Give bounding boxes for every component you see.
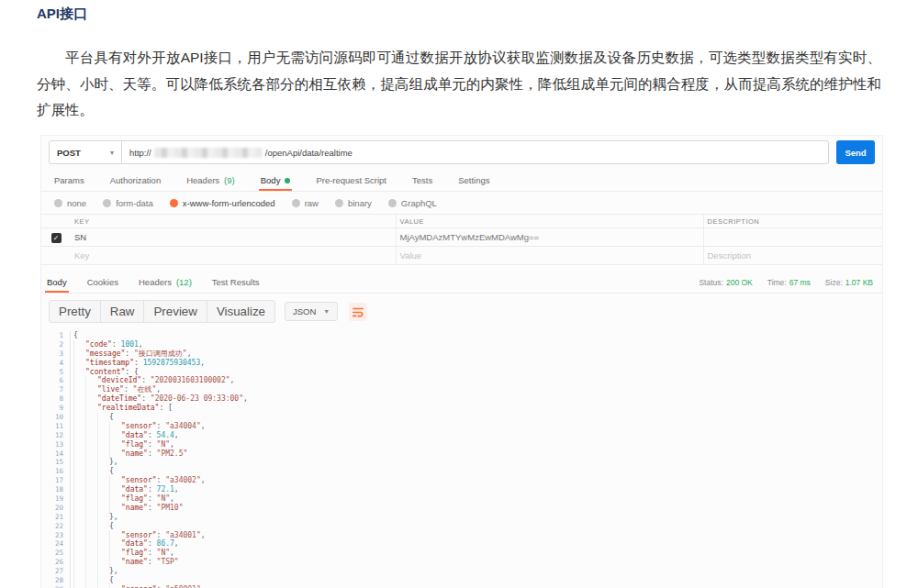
code-line: 16{: [47, 467, 882, 476]
format-select[interactable]: JSON ▼: [285, 302, 338, 321]
wrap-text-button[interactable]: [349, 303, 367, 321]
row-checkbox[interactable]: ✓: [51, 233, 62, 243]
response-tab-body[interactable]: Body: [45, 271, 69, 293]
indent-guide: [73, 458, 85, 467]
kv-value-placeholder[interactable]: Value: [396, 247, 703, 265]
kv-key-placeholder[interactable]: Key: [71, 247, 396, 265]
indent-guide: [85, 376, 97, 385]
line-number: 5: [47, 368, 71, 377]
indent-guide: [85, 567, 97, 576]
response-meta: Status:200 OKTime:67 msSize:1.07 KB: [699, 278, 873, 293]
line-number: 27: [47, 567, 71, 576]
line-number: 28: [47, 576, 71, 585]
radio-x-www-form-urlencoded[interactable]: x-www-form-urlencoded: [170, 198, 275, 208]
indent-guide: [73, 404, 85, 413]
indent-guide: [97, 576, 109, 585]
kv-value-cell[interactable]: MjAyMDAzMTYwMzEwMDAwMg==: [396, 228, 703, 247]
radio-icon: [292, 199, 300, 207]
indent-guide: [109, 440, 121, 449]
line-number: 16: [47, 467, 71, 476]
request-url-input[interactable]: http:// /openApi/data/realtime: [122, 140, 829, 164]
code-line: 11"sensor": "a34004",: [47, 422, 882, 431]
line-number: 26: [47, 558, 71, 567]
code-line: 25"flag": "N",: [47, 549, 882, 558]
http-method-select[interactable]: POST ▾: [49, 140, 122, 164]
status-badge: Time:67 ms: [767, 278, 811, 287]
line-number: 25: [47, 549, 71, 558]
indent-guide: [97, 539, 109, 549]
line-number: 8: [47, 394, 71, 404]
tab-tests[interactable]: Tests: [410, 169, 434, 191]
indent-guide: [97, 485, 109, 494]
line-number: 1: [47, 331, 71, 340]
view-preview-button[interactable]: Preview: [143, 300, 207, 323]
indent-guide: [73, 376, 85, 385]
table-row: ✓ SN MjAyMDAzMTYwMzEwMDAwMg==: [41, 228, 882, 247]
tab-params[interactable]: Params: [52, 169, 86, 191]
indent-guide: [73, 513, 85, 522]
radio-icon: [54, 199, 62, 207]
request-tabs: ParamsAuthorizationHeaders (9)BodyPre-re…: [41, 169, 882, 192]
indent-guide: [85, 513, 97, 522]
line-number: 4: [47, 359, 71, 368]
chevron-down-icon: ▾: [110, 149, 114, 157]
radio-none[interactable]: none: [54, 198, 86, 208]
indent-guide: [73, 440, 85, 449]
kv-key-cell[interactable]: SN: [71, 228, 396, 247]
radio-raw[interactable]: raw: [292, 198, 319, 208]
indent-guide: [85, 531, 97, 540]
code-line: 7"live": "在线",: [47, 385, 882, 394]
tab-body[interactable]: Body: [259, 169, 293, 191]
indent-guide: [109, 485, 121, 494]
indent-guide: [85, 485, 97, 494]
indent-guide: [85, 394, 97, 404]
response-tab-headers[interactable]: Headers (12): [137, 271, 194, 293]
radio-icon: [170, 199, 178, 207]
response-body-json[interactable]: 1{2"code": 1001,3"message": "接口调用成功",4"t…: [41, 327, 882, 588]
green-dot-icon: [285, 178, 290, 183]
code-line: 23"sensor": "a34001",: [47, 531, 882, 540]
response-tab-cookies[interactable]: Cookies: [85, 271, 120, 293]
view-pretty-button[interactable]: Pretty: [49, 300, 101, 323]
tab-settings[interactable]: Settings: [456, 169, 491, 191]
line-number: 20: [47, 504, 71, 513]
line-number: 19: [47, 494, 71, 504]
tab-authorization[interactable]: Authorization: [108, 169, 162, 191]
indent-guide: [97, 476, 109, 485]
table-row-placeholder: Key Value Description: [41, 247, 882, 265]
send-button[interactable]: Send: [836, 140, 875, 164]
kv-description-cell[interactable]: [703, 228, 882, 247]
radio-binary[interactable]: binary: [335, 198, 372, 208]
radio-graphql[interactable]: GraphQL: [388, 198, 437, 208]
indent-guide: [73, 394, 85, 404]
indent-guide: [97, 513, 109, 522]
line-number: 23: [47, 531, 71, 540]
code-line: 18"data": 72.1,: [47, 485, 882, 494]
code-line: 4"timestamp": 1592875930453,: [47, 359, 882, 368]
code-line: 17"sensor": "a34002",: [47, 476, 882, 485]
indent-guide: [97, 440, 109, 449]
tab-pre-request-script[interactable]: Pre-request Script: [314, 169, 388, 191]
indent-guide: [97, 522, 109, 531]
kv-header-row: KEY VALUE DESCRIPTION: [41, 215, 882, 228]
document-section: API接口 平台具有对外开放API接口，用户无需访问源码即可通过数据开放协议获取…: [0, 0, 918, 124]
line-number: 11: [47, 422, 71, 431]
indent-guide: [73, 359, 85, 368]
indent-guide: [73, 504, 85, 513]
code-line: 12"data": 54.4,: [47, 431, 882, 440]
indent-guide: [85, 413, 97, 422]
radio-icon: [335, 199, 343, 207]
code-line: 13"flag": "N",: [47, 440, 882, 449]
response-tab-test-results[interactable]: Test Results: [210, 271, 262, 293]
indent-guide: [109, 476, 121, 485]
view-raw-button[interactable]: Raw: [100, 300, 145, 323]
view-visualize-button[interactable]: Visualize: [207, 300, 275, 323]
radio-form-data[interactable]: form-data: [103, 198, 153, 208]
tab-headers[interactable]: Headers (9): [185, 169, 237, 191]
kv-header-description: DESCRIPTION: [703, 215, 882, 228]
code-line: 9"realtimeData": [: [47, 404, 882, 413]
kv-description-placeholder[interactable]: Description: [703, 247, 882, 265]
indent-guide: [85, 449, 97, 459]
indent-guide: [109, 504, 121, 513]
indent-guide: [85, 458, 97, 467]
